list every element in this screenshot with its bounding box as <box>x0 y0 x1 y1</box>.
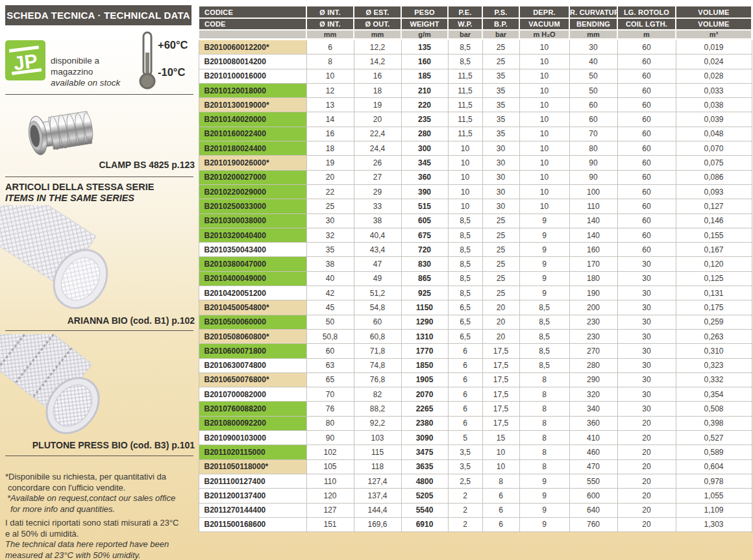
page-title: SCHEDA TECNICA · TECHNICAL DATA <box>5 5 191 25</box>
value-cell: 30 <box>306 213 354 228</box>
value-cell: 88,2 <box>354 402 401 416</box>
value-cell: 20 <box>617 459 676 474</box>
value-cell: 235 <box>401 112 448 127</box>
value-cell: 115 <box>354 445 401 459</box>
value-cell: 25 <box>482 228 519 242</box>
value-cell: 26 <box>354 156 401 170</box>
value-cell: 6,5 <box>448 329 482 343</box>
value-cell: 19 <box>354 98 401 112</box>
value-cell: 30 <box>617 329 676 343</box>
value-cell: 40 <box>306 271 354 286</box>
value-cell: 230 <box>569 329 617 343</box>
code-cell: B2010300038000 <box>199 213 306 228</box>
sidebar: SCHEDA TECNICA · TECHNICAL DATA JP dispo… <box>0 0 198 560</box>
value-cell: 60 <box>617 213 676 228</box>
value-cell: 10 <box>482 459 519 474</box>
table-row: B20101600224001622,428011,5351070600,048 <box>199 127 752 141</box>
value-cell: 1310 <box>401 329 448 343</box>
value-cell: 90 <box>569 156 617 170</box>
value-cell: 10 <box>519 40 569 55</box>
value-cell: 2 <box>448 489 482 503</box>
value-cell: 17,5 <box>482 387 519 402</box>
code-cell: B2010190026000* <box>199 156 306 170</box>
table-row: B2011270144400127144,45540269640201,109 <box>199 503 752 517</box>
value-cell: 80 <box>306 416 354 430</box>
value-cell: 10 <box>448 199 482 213</box>
value-cell: 32 <box>306 228 354 242</box>
value-cell: 45 <box>306 300 354 315</box>
value-cell: 515 <box>401 199 448 213</box>
column-header: CODICE <box>199 6 306 18</box>
code-cell: B2010180024400 <box>199 141 306 156</box>
code-cell: B2010120018000 <box>199 83 306 97</box>
column-header: VOLUME <box>676 6 752 18</box>
value-cell: 17,5 <box>482 416 519 430</box>
value-cell: 103 <box>354 431 401 445</box>
value-cell: 3090 <box>401 431 448 445</box>
table-row: B20109001030009010330905158410200,527 <box>199 431 752 445</box>
value-cell: 8,5 <box>448 55 482 69</box>
column-subheader: WEIGHT <box>401 18 448 30</box>
value-cell: 25 <box>482 271 519 286</box>
table-row: B201030003800030386058,5259140600,146 <box>199 213 752 228</box>
value-cell: 17,5 <box>482 358 519 372</box>
table-row: B2010508060800*50,860,813106,5208,523030… <box>199 329 752 343</box>
value-cell: 11,5 <box>448 69 482 83</box>
value-cell: 35 <box>306 243 354 257</box>
value-cell: 60 <box>354 315 401 329</box>
value-cell: 8,5 <box>448 286 482 300</box>
value-cell: 60 <box>617 228 676 242</box>
table-row: B2011200137400120137,45205269600201,055 <box>199 489 752 503</box>
value-cell: 0,589 <box>676 445 752 459</box>
stock-text-en: available on stock <box>51 77 142 88</box>
value-cell: 63 <box>306 358 354 372</box>
value-cell: 40,4 <box>354 228 401 242</box>
value-cell: 0,527 <box>676 431 752 445</box>
table-row: B20103500434003543,47208,5259160600,167 <box>199 243 752 257</box>
value-cell: 8 <box>519 431 569 445</box>
value-cell: 47 <box>354 257 401 271</box>
value-cell: 43,4 <box>354 243 401 257</box>
value-cell: 102 <box>306 445 354 459</box>
table-row: B2010120018000121821011,5351050600,033 <box>199 83 752 97</box>
value-cell: 1,303 <box>676 517 752 531</box>
column-subheader: VACUUM <box>519 18 569 30</box>
code-cell: B2010140020000 <box>199 112 306 127</box>
jp-brand-logo: JP <box>5 40 45 80</box>
value-cell: 60 <box>617 83 676 97</box>
hose2-caption: PLUTONE PRESS BIO (cod. B3) p.101 <box>5 440 195 450</box>
value-cell: 2 <box>448 503 482 517</box>
value-cell: 110 <box>569 199 617 213</box>
column-header: P.E. <box>448 6 482 18</box>
value-cell: 270 <box>569 344 617 358</box>
value-cell: 25 <box>306 199 354 213</box>
value-cell: 65 <box>306 372 354 387</box>
value-cell: 8 <box>519 459 569 474</box>
value-cell: 1770 <box>401 344 448 358</box>
value-cell: 1850 <box>401 358 448 372</box>
value-cell: 20 <box>617 431 676 445</box>
value-cell: 20 <box>617 503 676 517</box>
value-cell: 160 <box>569 243 617 257</box>
value-cell: 300 <box>401 141 448 156</box>
hose-arianna-bio-image <box>0 205 118 314</box>
value-cell: 6910 <box>401 517 448 531</box>
code-cell: B2010100016000 <box>199 69 306 83</box>
value-cell: 60 <box>617 170 676 184</box>
table-row: B2010130019000*131922011,5351060600,038 <box>199 98 752 112</box>
note-available-it-line1: *Disponibile su richiesta, per quantitat… <box>5 472 195 483</box>
value-cell: 100 <box>569 184 617 199</box>
value-cell: 8 <box>519 445 569 459</box>
value-cell: 0,086 <box>676 170 752 184</box>
value-cell: 38 <box>306 257 354 271</box>
value-cell: 42 <box>306 286 354 300</box>
table-row: B2011500168600151169,66910269760201,303 <box>199 517 752 531</box>
value-cell: 137,4 <box>354 489 401 503</box>
value-cell: 90 <box>569 170 617 184</box>
note-available-en-line2: for more info and quantities. <box>5 504 195 515</box>
value-cell: 0,028 <box>676 69 752 83</box>
value-cell: 25 <box>482 243 519 257</box>
value-cell: 5540 <box>401 503 448 517</box>
value-cell: 8 <box>519 416 569 430</box>
value-cell: 5 <box>448 431 482 445</box>
